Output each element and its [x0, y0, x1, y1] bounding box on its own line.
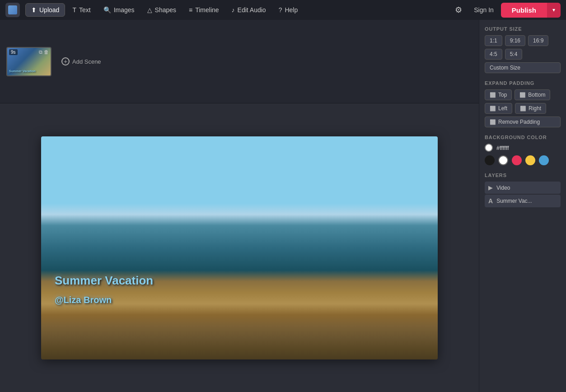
scene-thumbnail[interactable]: 9s ⧉ 🗑 Summer Vacation	[6, 47, 51, 76]
layers-list: ▶ Video 🗑 A Summer Vac... 🗑	[485, 182, 561, 207]
remove-padding-label: Remove Padding	[498, 119, 540, 125]
canvas-area: Summer Vacation @Liza Brown	[0, 103, 479, 392]
edit-audio-button[interactable]: ♪ Edit Audio	[226, 4, 271, 16]
add-scene-button[interactable]: + Add Scene	[58, 54, 105, 69]
text-label: Text	[79, 6, 91, 14]
output-size-title: OUTPUT SIZE	[485, 26, 561, 32]
publish-label: Publish	[512, 6, 536, 14]
help-icon: ?	[279, 6, 282, 14]
logo-button[interactable]	[5, 3, 20, 17]
size-1x1-button[interactable]: 1:1	[485, 35, 502, 46]
video-background	[41, 136, 438, 359]
scene-duration: 9s	[9, 49, 18, 55]
publish-button[interactable]: Publish	[501, 3, 547, 18]
video-title[interactable]: Summer Vacation	[55, 274, 153, 288]
main-area: 9s ⧉ 🗑 Summer Vacation + Add Scene Summe…	[0, 20, 566, 392]
help-button[interactable]: ? Help	[273, 4, 304, 16]
padding-left-label: Left	[498, 105, 507, 112]
text-button[interactable]: T Text	[67, 4, 96, 16]
logo-icon	[8, 5, 17, 14]
layer-text-icon: A	[488, 197, 493, 205]
video-subtitle[interactable]: @Liza Brown	[55, 295, 153, 305]
publish-arrow-icon: ▾	[552, 7, 555, 13]
sign-in-button[interactable]: Sign In	[468, 4, 499, 16]
size-16x9-button[interactable]: 16:9	[528, 35, 548, 46]
images-button[interactable]: 🔍 Images	[98, 4, 140, 16]
audio-icon: ♪	[232, 6, 235, 14]
shapes-button[interactable]: △ Shapes	[142, 4, 182, 16]
timeline-icon: ≡	[189, 6, 192, 14]
padding-buttons: ⬜ Top ⬜ Bottom ⬜ Left ⬜ Right	[485, 89, 561, 114]
scene-delete-icon[interactable]: 🗑	[44, 49, 49, 55]
scene-text-overlay: Summer Vacation	[9, 70, 36, 73]
layer-video[interactable]: ▶ Video 🗑	[485, 182, 561, 194]
padding-bottom-button[interactable]: ⬜ Bottom	[515, 89, 550, 100]
layer-video-name: Video	[496, 185, 547, 191]
timeline-label: Timeline	[195, 6, 219, 14]
publish-dropdown-button[interactable]: ▾	[547, 3, 561, 18]
padding-left-icon: ⬜	[490, 106, 496, 112]
padding-bottom-icon: ⬜	[519, 92, 526, 98]
upload-button[interactable]: ⬆ Upload	[25, 3, 65, 17]
padding-top-label: Top	[498, 92, 507, 98]
upload-icon: ⬆	[31, 6, 37, 14]
bg-color-picker[interactable]	[485, 144, 493, 152]
left-panel: 9s ⧉ 🗑 Summer Vacation + Add Scene Summe…	[0, 20, 479, 392]
layer-video-icon: ▶	[488, 184, 493, 191]
header: ⬆ Upload T Text 🔍 Images △ Shapes ≡ Time…	[0, 0, 566, 20]
layers-section: LAYERS ▶ Video 🗑 A Summer Vac... 🗑	[485, 173, 561, 207]
shapes-label: Shapes	[155, 6, 176, 14]
sign-in-label: Sign In	[474, 6, 494, 14]
bg-color-hex: #ffffff	[496, 145, 509, 151]
settings-button[interactable]: ⚙	[450, 2, 467, 18]
layer-text[interactable]: A Summer Vac... 🗑	[485, 195, 561, 207]
help-label: Help	[285, 6, 298, 14]
swatch-white[interactable]	[498, 155, 508, 165]
layer-text-name: Summer Vac...	[496, 198, 547, 204]
custom-size-button[interactable]: Custom Size	[485, 62, 561, 73]
padding-right-button[interactable]: ⬜ Right	[515, 103, 546, 114]
background-color-section: BACKGROUND COLOR #ffffff	[485, 135, 561, 165]
scene-copy-icon[interactable]: ⧉	[39, 49, 42, 55]
size-buttons: 1:1 9:16 16:9 4:5 5:4	[485, 35, 561, 60]
output-size-section: OUTPUT SIZE 1:1 9:16 16:9 4:5 5:4 Custom…	[485, 26, 561, 73]
timeline-button[interactable]: ≡ Timeline	[183, 4, 225, 16]
padding-top-button[interactable]: ⬜ Top	[485, 89, 512, 100]
layers-title: LAYERS	[485, 173, 561, 178]
size-5x4-button[interactable]: 5:4	[505, 49, 523, 60]
remove-padding-button[interactable]: ⬜ Remove Padding	[485, 117, 561, 127]
swatch-black[interactable]	[485, 155, 495, 165]
shapes-icon: △	[147, 6, 152, 14]
text-icon: T	[72, 6, 76, 14]
padding-right-icon: ⬜	[520, 106, 526, 112]
custom-size-label: Custom Size	[490, 65, 520, 71]
scene-icons: ⧉ 🗑	[39, 49, 49, 55]
upload-label: Upload	[39, 6, 59, 14]
padding-bottom-label: Bottom	[528, 92, 545, 98]
expand-padding-section: EXPAND PADDING ⬜ Top ⬜ Bottom ⬜ Left ⬜ R…	[485, 80, 561, 127]
padding-top-icon: ⬜	[490, 92, 496, 98]
swatch-red[interactable]	[512, 155, 522, 165]
color-swatches	[485, 155, 561, 165]
images-icon: 🔍	[103, 6, 111, 14]
swatch-blue[interactable]	[539, 155, 549, 165]
video-text-overlay: Summer Vacation @Liza Brown	[55, 274, 153, 305]
bg-color-display: #ffffff	[485, 144, 561, 152]
size-4x5-button[interactable]: 4:5	[485, 49, 502, 60]
scenes-strip: 9s ⧉ 🗑 Summer Vacation + Add Scene	[0, 20, 479, 103]
swatch-yellow[interactable]	[525, 155, 535, 165]
add-scene-icon: +	[61, 57, 70, 65]
right-panel: OUTPUT SIZE 1:1 9:16 16:9 4:5 5:4 Custom…	[479, 20, 566, 392]
publish-group: Publish ▾	[501, 3, 561, 18]
add-scene-label: Add Scene	[72, 58, 101, 65]
settings-icon: ⚙	[455, 5, 462, 14]
background-color-title: BACKGROUND COLOR	[485, 135, 561, 140]
expand-padding-title: EXPAND PADDING	[485, 80, 561, 86]
padding-left-button[interactable]: ⬜ Left	[485, 103, 512, 114]
remove-padding-icon: ⬜	[490, 119, 496, 125]
images-label: Images	[114, 6, 135, 14]
padding-right-label: Right	[529, 105, 541, 112]
video-canvas[interactable]: Summer Vacation @Liza Brown	[41, 136, 438, 359]
size-9x16-button[interactable]: 9:16	[505, 35, 525, 46]
edit-audio-label: Edit Audio	[238, 6, 266, 14]
